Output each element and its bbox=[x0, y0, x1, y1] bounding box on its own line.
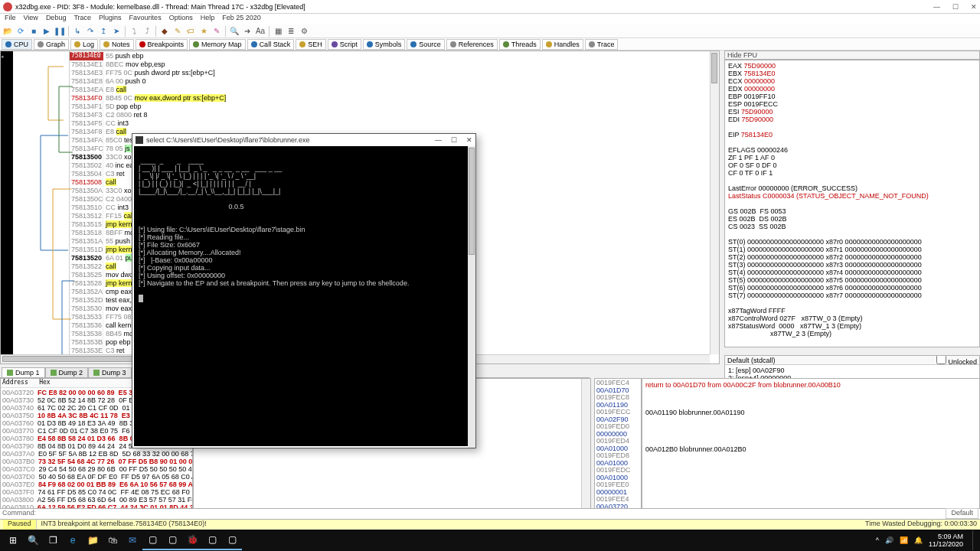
threads-icon[interactable]: ≣ bbox=[285, 25, 297, 37]
tab-symbols[interactable]: Symbols bbox=[363, 39, 406, 50]
registers-toolbar[interactable]: Hide FPU bbox=[724, 51, 980, 60]
menu-plugins[interactable]: Plugins bbox=[99, 14, 122, 24]
unlocked-checkbox[interactable] bbox=[936, 355, 946, 364]
console-body[interactable]: ____ _ _ ____ | __ )| | ___ | |__| _ \ _… bbox=[134, 146, 468, 446]
run-icon[interactable]: ▶ bbox=[41, 25, 53, 37]
menu-favourites[interactable]: Favourites bbox=[129, 14, 162, 24]
minimize-button[interactable]: — bbox=[933, 3, 940, 11]
tab-graph[interactable]: Graph bbox=[34, 39, 69, 50]
highlight-icon[interactable]: ✎ bbox=[211, 25, 223, 37]
stack-panel[interactable]: 0019FEC4 00A01D700019FEC8 00A011900019FE… bbox=[594, 378, 642, 519]
hide-fpu-button[interactable]: Hide FPU bbox=[727, 51, 757, 59]
bookmark-icon[interactable]: ★ bbox=[198, 25, 210, 37]
label-icon[interactable]: 🏷 bbox=[185, 25, 197, 37]
tab-callstack[interactable]: Call Stack bbox=[247, 39, 295, 50]
tray-icon[interactable]: ^ bbox=[876, 536, 879, 544]
menu-trace[interactable]: Trace bbox=[74, 14, 91, 24]
tab-script[interactable]: Script bbox=[328, 39, 361, 50]
console-maximize-button[interactable]: ☐ bbox=[451, 136, 457, 144]
console-version: 0.0.5 bbox=[139, 203, 463, 210]
stack-comments-panel[interactable]: return to 00A01D70 from 00A00C2F from bl… bbox=[642, 378, 980, 519]
comment-icon[interactable]: ✎ bbox=[172, 25, 184, 37]
run-to-icon[interactable]: ➤ bbox=[110, 25, 122, 37]
tab-dump3[interactable]: Dump 3 bbox=[88, 367, 132, 377]
close-button[interactable]: ✕ bbox=[971, 3, 977, 11]
console-window[interactable]: select C:\Users\IEUser\Desktop\flare7\bl… bbox=[132, 133, 476, 448]
log-icon bbox=[74, 41, 80, 47]
tab-threads[interactable]: Threads bbox=[499, 39, 541, 50]
taskbar-app7[interactable]: ▢ bbox=[202, 530, 222, 550]
tab-source[interactable]: Source bbox=[407, 39, 445, 50]
step-into-icon[interactable]: ↳ bbox=[71, 25, 83, 37]
taskbar-mail[interactable]: ✉ bbox=[122, 530, 142, 550]
tab-references[interactable]: References bbox=[446, 39, 498, 50]
references-icon bbox=[450, 41, 456, 47]
tray-icon[interactable]: 📶 bbox=[900, 536, 908, 544]
tab-seh[interactable]: SEH bbox=[296, 39, 326, 50]
taskbar-cmd1[interactable]: ▢ bbox=[142, 530, 162, 550]
console-scrollbar[interactable] bbox=[468, 146, 475, 448]
registers-panel[interactable]: EAX 75D90000EBX 758134E0ECX 00000000EDX … bbox=[724, 60, 980, 347]
maximize-button[interactable]: ☐ bbox=[952, 3, 959, 11]
console-minimize-button[interactable]: — bbox=[435, 136, 442, 144]
patch-icon[interactable]: ◆ bbox=[158, 25, 171, 37]
settings-icon[interactable]: ⚙ bbox=[298, 25, 310, 37]
taskbar-taskview[interactable]: ❐ bbox=[43, 530, 63, 550]
taskbar-search[interactable]: 🔍 bbox=[23, 530, 43, 550]
breakpoint-gutter[interactable] bbox=[1, 51, 13, 364]
console-titlebar[interactable]: select C:\Users\IEUser\Desktop\flare7\bl… bbox=[132, 134, 475, 146]
console-close-button[interactable]: ✕ bbox=[466, 136, 472, 144]
menu-options[interactable]: Options bbox=[169, 14, 193, 24]
step-out-icon[interactable]: ↥ bbox=[97, 25, 109, 37]
refresh-icon[interactable]: ⟳ bbox=[15, 25, 27, 37]
taskbar-cmd2[interactable]: ▢ bbox=[162, 530, 182, 550]
step-over-icon[interactable]: ↷ bbox=[84, 25, 96, 37]
trace-into-icon[interactable]: ⤵ bbox=[128, 25, 140, 37]
tab-dump2[interactable]: Dump 2 bbox=[45, 367, 89, 377]
default-layout-label[interactable]: Default bbox=[946, 508, 978, 519]
taskbar-start[interactable]: ⊞ bbox=[3, 530, 23, 550]
memmap-icon bbox=[193, 41, 199, 47]
calling-convention-label[interactable]: Default (stdcall) bbox=[727, 357, 776, 364]
show-desktop-button[interactable] bbox=[972, 530, 977, 550]
threads-icon bbox=[503, 41, 509, 47]
stop-icon[interactable]: ■ bbox=[28, 25, 40, 37]
windows-taskbar[interactable]: ⊞🔍❐e📁🛍✉▢▢🐞▢▢ ^🔊📶🔔5:09 AM11/12/2020 bbox=[0, 530, 980, 551]
status-message: INT3 breakpoint at kernelbase.758134E0 (… bbox=[37, 520, 211, 530]
tab-cpu[interactable]: CPU bbox=[2, 39, 32, 50]
folder-open-icon[interactable]: 📂 bbox=[2, 25, 14, 37]
taskbar-edge[interactable]: e bbox=[63, 530, 83, 550]
find-icon[interactable]: 🔍 bbox=[228, 25, 240, 37]
command-bar[interactable]: Command: bbox=[0, 508, 980, 519]
tab-log[interactable]: Log bbox=[70, 39, 98, 50]
menu-help[interactable]: Help bbox=[201, 14, 215, 24]
text-case-icon[interactable]: Aa bbox=[254, 25, 266, 37]
menu-debug[interactable]: Debug bbox=[46, 14, 67, 24]
pause-icon[interactable]: ❚❚ bbox=[54, 25, 66, 37]
tab-dump1[interactable]: Dump 1 bbox=[2, 367, 45, 377]
console-title: select C:\Users\IEUser\Desktop\flare7\bl… bbox=[146, 136, 310, 144]
taskbar-explorer[interactable]: 📁 bbox=[83, 530, 103, 550]
notes-icon bbox=[103, 41, 109, 47]
tray-icon[interactable]: 🔊 bbox=[885, 536, 893, 544]
status-state: Paused bbox=[3, 520, 37, 530]
taskbar-app8[interactable]: ▢ bbox=[222, 530, 242, 550]
tray-icon[interactable]: 🔔 bbox=[914, 536, 923, 544]
taskbar-store[interactable]: 🛍 bbox=[103, 530, 122, 550]
dump-tab-icon bbox=[51, 370, 57, 376]
taskbar-clock[interactable]: 5:09 AM11/12/2020 bbox=[929, 533, 963, 548]
tab-breakpoints[interactable]: Breakpoints bbox=[136, 39, 188, 50]
scrollbar-vertical[interactable] bbox=[581, 379, 590, 509]
taskbar-x32dbg[interactable]: 🐞 bbox=[182, 530, 202, 550]
tab-trace[interactable]: Trace bbox=[585, 39, 619, 50]
modules-icon[interactable]: ▦ bbox=[272, 25, 284, 37]
menu-view[interactable]: View bbox=[24, 14, 38, 24]
tab-memmap[interactable]: Memory Map bbox=[189, 39, 246, 50]
tab-notes[interactable]: Notes bbox=[100, 39, 134, 50]
scrollbar-vertical[interactable] bbox=[710, 51, 719, 354]
trace-over-icon[interactable]: ⤴ bbox=[141, 25, 153, 37]
tab-handles[interactable]: Handles bbox=[542, 39, 583, 50]
menu-file[interactable]: File bbox=[5, 14, 16, 24]
menu-feb-25-2020[interactable]: Feb 25 2020 bbox=[222, 14, 261, 24]
goto-icon[interactable]: ➜ bbox=[241, 25, 253, 37]
